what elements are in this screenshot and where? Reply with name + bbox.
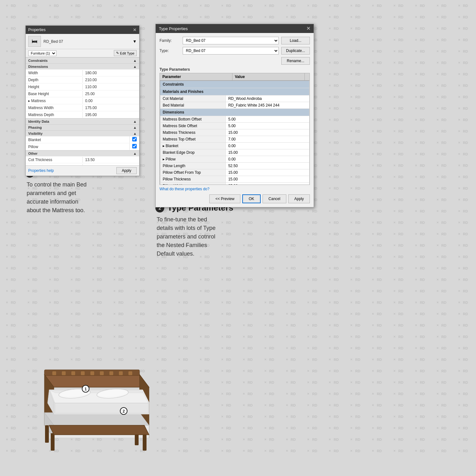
table-row: Bed Material RD_Fabric White 245 244 244: [160, 102, 310, 109]
properties-panel: Properties ✕ 🛏 RD_Bed 07 ▼ Furniture (1)…: [25, 25, 140, 176]
svg-marker-14: [44, 413, 149, 425]
svg-rect-3: [62, 371, 66, 375]
table-row: ▸ Mattress 0.00: [26, 97, 139, 104]
svg-rect-2: [52, 371, 56, 375]
dimensions-section-header: Dimensions ▲: [26, 63, 139, 69]
bed-illustration: 1 2: [25, 355, 159, 460]
table-row: Mattress Side Offset 5.00: [160, 123, 310, 129]
table-row: Width 180.00: [26, 69, 139, 76]
params-table-scrollable[interactable]: Constraints Materials and Finishes Cot M…: [160, 80, 310, 185]
panel-footer: Properties help Apply: [26, 165, 139, 176]
dialog-body: Family: RD_Bed 07 Load... Type: RD_Bed 0…: [156, 33, 314, 207]
table-row: Height 110.00: [26, 83, 139, 90]
svg-rect-7: [100, 371, 104, 375]
type-dropdown[interactable]: RD_Bed 07: [183, 47, 279, 55]
phasing-section-header: Phasing ▲: [26, 124, 139, 130]
param-column-header: Parameter: [160, 73, 232, 80]
table-row: Cot Thickness 13.50: [26, 156, 139, 163]
dropdown-arrow-icon: ▼: [133, 39, 137, 44]
table-row: Cot Material RD_Wood Andiroba: [160, 95, 310, 102]
constraints-section-header: Constraints ▲: [26, 57, 139, 63]
svg-rect-10: [128, 371, 132, 375]
materials-section-row: Materials and Finishes: [160, 88, 310, 95]
params-table: Constraints Materials and Finishes Cot M…: [160, 81, 310, 185]
table-row: Mattress Bottom Offset 5.00: [160, 116, 310, 123]
table-row: Mattress Top Offset 7.00: [160, 136, 310, 143]
table-row: Pillow Offset From Top 15.00: [160, 169, 310, 176]
table-row: Pillow Length 52.50: [160, 163, 310, 169]
table-row: ▸ Pillow 0.00: [160, 156, 310, 163]
section-1-body: To control the main Bed parameters and g…: [25, 180, 143, 215]
identity-data-section-header: Identity Data ▲: [26, 118, 139, 124]
ok-button[interactable]: OK: [242, 194, 260, 203]
edit-type-button[interactable]: ✎ Edit Type: [114, 50, 137, 56]
svg-text:1: 1: [85, 387, 87, 391]
section-collapse-icon[interactable]: ▲: [133, 65, 137, 68]
panel-toolbar: Furniture (1) ✎ Edit Type: [26, 49, 139, 57]
blanket-visibility-row: Blanket: [26, 136, 139, 143]
pillow-visibility-row: Pillow: [26, 143, 139, 150]
pillow-checkbox[interactable]: [132, 144, 137, 148]
edit-type-icon: ✎: [116, 51, 119, 55]
svg-rect-4: [71, 371, 75, 375]
category-dropdown[interactable]: Furniture (1): [28, 50, 56, 56]
load-button[interactable]: Load...: [281, 37, 310, 44]
dimensions-section-row: Dimensions: [160, 109, 310, 116]
table-row: Mattress Depth 195.00: [26, 111, 139, 118]
svg-rect-29: [51, 433, 55, 451]
panel-header: 🛏 RD_Bed 07 ▼: [26, 34, 139, 49]
element-icon: 🛏: [28, 36, 41, 47]
base-height-row: Base Height 25.00: [26, 90, 139, 97]
table-row: Frame Thickness 4.00: [26, 163, 139, 165]
bed-svg: 1 2: [25, 355, 159, 460]
section-collapse-icon[interactable]: ▲: [133, 59, 137, 62]
family-label: Family:: [160, 38, 180, 43]
svg-rect-28: [143, 433, 147, 451]
dialog-title: Type Properties: [159, 26, 188, 31]
family-dropdown[interactable]: RD_Bed 07: [183, 37, 279, 44]
element-type-name: RD_Bed 07: [43, 39, 130, 44]
table-row: Pillow Thickness 15.00: [160, 176, 310, 183]
preview-button[interactable]: << Preview: [209, 194, 240, 203]
table-row: Depth 210.00: [26, 76, 139, 83]
duplicate-button[interactable]: Duplicate...: [281, 47, 310, 55]
value-column-header: Value: [232, 73, 305, 80]
dialog-close-button[interactable]: ✕: [306, 26, 310, 31]
properties-help-link[interactable]: Properties help: [28, 168, 54, 173]
svg-marker-0: [44, 375, 149, 387]
type-params-label: Type Parameters: [160, 67, 310, 72]
panel-body: Constraints ▲ Dimensions ▲ Width 180.00 …: [26, 57, 139, 165]
section-collapse-icon[interactable]: ▲: [133, 132, 137, 135]
section-2: 2 Type Parameters To fine-tune the bed d…: [155, 203, 301, 258]
svg-marker-20: [55, 403, 148, 413]
visibility-section-header: Visibility ▲: [26, 130, 139, 136]
dialog-apply-button[interactable]: Apply: [288, 194, 310, 203]
rename-button[interactable]: Rename...: [281, 57, 310, 65]
svg-rect-5: [81, 371, 85, 375]
panel-titlebar: Properties ✕: [26, 26, 139, 34]
svg-text:2: 2: [123, 409, 125, 414]
params-table-header: Parameter Value: [160, 73, 310, 80]
table-row: Mattress Thickness 15.00: [160, 129, 310, 136]
table-row: Pillow Width 35.00: [160, 183, 310, 185]
dialog-titlebar: Type Properties ✕: [156, 24, 314, 33]
blanket-checkbox[interactable]: [132, 137, 137, 141]
rename-row: Rename...: [160, 57, 310, 65]
section-2-body: To fine-tune the bed details with lots o…: [155, 215, 301, 258]
what-properties-link[interactable]: What do these properties do?: [160, 187, 310, 191]
type-params-section: Type Parameters Parameter Value Constrai…: [160, 67, 310, 185]
svg-rect-6: [90, 371, 94, 375]
section-collapse-icon[interactable]: ▲: [133, 152, 137, 155]
svg-rect-26: [45, 425, 49, 443]
panel-apply-button[interactable]: Apply: [116, 167, 137, 174]
constraints-section-row: Constraints: [160, 81, 310, 88]
section-collapse-icon[interactable]: ▲: [133, 126, 137, 129]
svg-rect-8: [109, 371, 113, 375]
cancel-button[interactable]: Cancel: [263, 194, 286, 203]
dialog-footer: << Preview OK Cancel Apply: [160, 194, 310, 203]
other-section-header: Other ▲: [26, 150, 139, 156]
svg-marker-30: [49, 425, 149, 435]
section-collapse-icon[interactable]: ▲: [133, 120, 137, 123]
table-row: ▸ Blanket 0.00: [160, 143, 310, 149]
panel-close-button[interactable]: ✕: [133, 27, 137, 32]
